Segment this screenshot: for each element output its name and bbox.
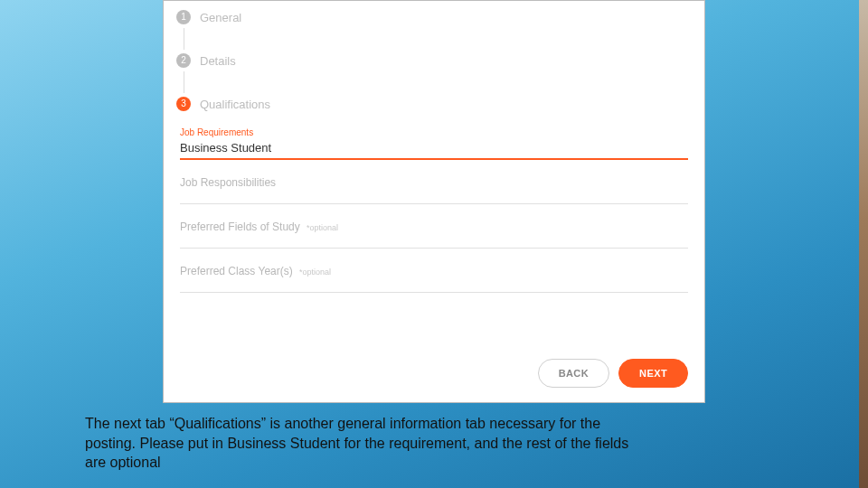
label-fields-of-study: Preferred Fields of Study *optional bbox=[180, 221, 688, 233]
input-fields-of-study[interactable] bbox=[180, 235, 688, 249]
label-class-year-text: Preferred Class Year(s) bbox=[180, 265, 293, 277]
button-row: BACK NEXT bbox=[538, 359, 688, 388]
step-qualifications[interactable]: 3 Qualifications bbox=[176, 93, 692, 115]
field-fields-of-study: Preferred Fields of Study *optional bbox=[180, 221, 688, 249]
step-label-general: General bbox=[200, 11, 241, 24]
field-job-requirements: Job Requirements bbox=[180, 127, 688, 160]
next-button[interactable]: NEXT bbox=[618, 359, 688, 388]
label-class-year: Preferred Class Year(s) *optional bbox=[180, 265, 688, 277]
step-label-details: Details bbox=[200, 54, 236, 68]
form-panel: 1 General 2 Details 3 Qualifications Job… bbox=[163, 0, 705, 403]
input-job-responsibilities[interactable] bbox=[180, 191, 688, 204]
optional-tag: *optional bbox=[299, 267, 331, 277]
form-section: Job Requirements Job Responsibilities Pr… bbox=[176, 127, 692, 293]
step-connector bbox=[184, 28, 185, 50]
form-panel-inner: 1 General 2 Details 3 Qualifications Job… bbox=[164, 1, 704, 293]
background-sliver bbox=[859, 0, 868, 488]
optional-tag: *optional bbox=[307, 223, 338, 232]
label-job-responsibilities: Job Responsibilities bbox=[180, 176, 688, 189]
back-button[interactable]: BACK bbox=[538, 359, 609, 388]
step-general[interactable]: 1 General bbox=[176, 6, 692, 28]
slide: 1 General 2 Details 3 Qualifications Job… bbox=[0, 0, 868, 488]
field-job-responsibilities: Job Responsibilities bbox=[180, 176, 688, 204]
input-job-requirements[interactable] bbox=[180, 139, 688, 160]
step-badge-3: 3 bbox=[176, 97, 191, 111]
step-badge-2: 2 bbox=[176, 53, 191, 68]
label-job-requirements: Job Requirements bbox=[180, 127, 688, 137]
step-connector bbox=[184, 71, 185, 93]
step-details[interactable]: 2 Details bbox=[176, 50, 692, 71]
input-class-year[interactable] bbox=[180, 279, 688, 293]
step-label-qualifications: Qualifications bbox=[200, 98, 270, 111]
label-fields-of-study-text: Preferred Fields of Study bbox=[180, 221, 300, 233]
field-class-year: Preferred Class Year(s) *optional bbox=[180, 265, 688, 293]
slide-caption: The next tab “Qualifications” is another… bbox=[85, 414, 637, 473]
step-badge-1: 1 bbox=[176, 10, 191, 24]
